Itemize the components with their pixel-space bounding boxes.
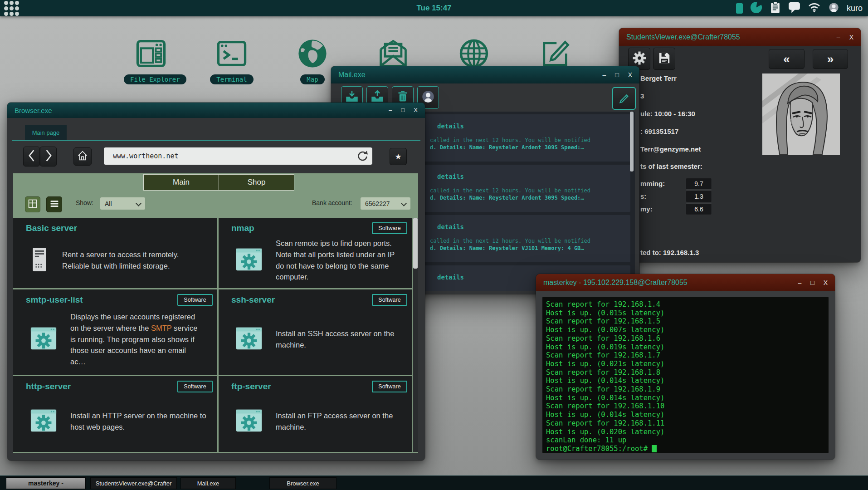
battery-icon[interactable] bbox=[736, 3, 743, 14]
student-name: Berget Terr bbox=[640, 74, 677, 82]
card-title: http-server bbox=[26, 382, 71, 392]
tab-label: Main page bbox=[32, 129, 60, 136]
clipboard-icon[interactable] bbox=[770, 1, 781, 16]
terminal-line: Scan report for 192.168.1.7 bbox=[546, 351, 829, 360]
mail-details-link[interactable]: details bbox=[437, 122, 464, 130]
wifi-icon[interactable] bbox=[808, 2, 821, 15]
terminal-prompt: root@Crafter78055:/root# bbox=[546, 445, 648, 453]
mail-scrollbar[interactable] bbox=[630, 112, 634, 172]
terminal-cursor bbox=[652, 445, 657, 452]
desktop-icon-label: Terminal bbox=[210, 74, 253, 84]
list-view-button[interactable] bbox=[46, 196, 62, 212]
card-description: Scan remote ips to find open ports. Note… bbox=[276, 238, 405, 283]
floppy-disk-icon bbox=[657, 51, 672, 67]
terminal-titlebar[interactable]: masterkey - 195.102.229.158@Crafter78055… bbox=[536, 274, 835, 291]
user-avatar-icon[interactable] bbox=[828, 1, 840, 15]
mail-details-link[interactable]: details bbox=[437, 223, 464, 230]
mail-details-link[interactable]: details bbox=[437, 173, 464, 180]
close-button[interactable]: X bbox=[628, 66, 632, 83]
student-photo bbox=[762, 74, 840, 155]
terminal-line: Scan report for 192.168.1.5 bbox=[546, 317, 829, 326]
terminal-screen[interactable]: Scan report for 192.168.1.4 Host is up. … bbox=[542, 297, 829, 453]
mail-details-link[interactable]: details bbox=[437, 274, 464, 281]
minimize-button[interactable]: – bbox=[602, 66, 606, 83]
page-scrollbar-thumb[interactable] bbox=[413, 218, 418, 269]
card-nmap[interactable]: nmap Software Scan remote ips to find op… bbox=[219, 218, 412, 288]
mail-titlebar[interactable]: Mail.exe – □ X bbox=[331, 66, 639, 83]
browser-window: Browser.exe – □ X Main page ★ Main Shop … bbox=[7, 103, 425, 461]
students-viewer-titlebar[interactable]: StudentsViewer.exe@Crafter78055 – X bbox=[619, 28, 861, 46]
chevron-left-icon bbox=[26, 148, 38, 165]
terminal-line: Host is up. (0.020s latency) bbox=[546, 428, 829, 436]
page-scrollbar[interactable] bbox=[413, 218, 418, 452]
terminal-line: Host is up. (0.007s latency) bbox=[546, 326, 829, 334]
desktop-icon-label: Map bbox=[300, 74, 324, 84]
compose-pencil-icon bbox=[617, 90, 631, 107]
close-button[interactable]: X bbox=[824, 274, 828, 291]
bank-account-dropdown[interactable]: 6562227 bbox=[361, 197, 410, 210]
taskbar-item-studentsviewer[interactable]: StudentsViewer.exe@Crafter bbox=[90, 477, 177, 489]
desktop-icon-file-explorer[interactable]: File Explorer bbox=[124, 36, 178, 84]
clock: Tue 15:47 bbox=[416, 4, 451, 13]
previous-student-button[interactable]: « bbox=[769, 49, 805, 69]
chevron-down-icon bbox=[136, 201, 141, 206]
home-button[interactable] bbox=[73, 147, 92, 166]
card-title: ftp-server bbox=[231, 382, 271, 392]
bookmark-button[interactable]: ★ bbox=[390, 148, 407, 165]
desktop-icon-terminal[interactable]: Terminal bbox=[205, 36, 259, 84]
mail-preview-line: called in the next 12 hours. You will be… bbox=[430, 187, 590, 194]
card-description: Install an FTP access server on the mach… bbox=[276, 410, 405, 433]
terminal-line: Host is up. (0.021s latency) bbox=[546, 360, 829, 368]
mail-preview-line: d. Details: Name: Reysteler VJ101 Memory… bbox=[430, 245, 584, 251]
page-nav-shop[interactable]: Shop bbox=[219, 174, 294, 191]
nav-label: Shop bbox=[248, 178, 266, 187]
minimize-button[interactable]: – bbox=[798, 274, 801, 291]
taskbar-label: Mail.exe bbox=[197, 480, 219, 487]
window-title: StudentsViewer.exe@Crafter78055 bbox=[626, 33, 740, 41]
card-basic-server[interactable]: Basic server Rent a server to access it … bbox=[13, 218, 217, 288]
back-button[interactable] bbox=[23, 147, 40, 167]
reload-button[interactable] bbox=[356, 150, 369, 162]
software-gear-icon bbox=[29, 324, 58, 354]
software-badge: Software bbox=[177, 294, 213, 306]
student-phone: : 691351517 bbox=[640, 127, 678, 135]
close-button[interactable]: X bbox=[414, 102, 418, 119]
mail-preview-line: d. Details: Name: Reysteler Ardent 309S … bbox=[430, 144, 584, 151]
forward-button[interactable] bbox=[40, 147, 57, 167]
bank-account-label: Bank account: bbox=[312, 199, 352, 206]
show-filter-dropdown[interactable]: All bbox=[100, 197, 145, 210]
taskbar-item-browser[interactable]: Browser.exe bbox=[269, 477, 336, 489]
next-student-button[interactable]: » bbox=[813, 49, 848, 69]
terminal-line: Scan report for 192.168.1.11 bbox=[546, 419, 829, 428]
terminal-line: Host is up. (0.014s latency) bbox=[546, 377, 829, 385]
close-button[interactable]: X bbox=[849, 29, 853, 46]
grid-view-button[interactable] bbox=[25, 196, 40, 212]
app-launcher-button[interactable] bbox=[4, 1, 19, 16]
url-input[interactable] bbox=[104, 147, 372, 165]
chat-bubble-icon[interactable] bbox=[788, 1, 801, 15]
gear-icon bbox=[632, 50, 647, 68]
browser-tab[interactable]: Main page bbox=[25, 125, 67, 140]
taskbar-item-mail[interactable]: Mail.exe bbox=[180, 477, 236, 489]
minimize-button[interactable]: – bbox=[389, 102, 392, 119]
compose-button[interactable] bbox=[612, 87, 636, 110]
minimize-button[interactable]: – bbox=[837, 29, 840, 46]
card-ftp-server[interactable]: ftp-server Software Install an FTP acces… bbox=[219, 376, 412, 452]
maximize-button[interactable]: □ bbox=[810, 274, 814, 291]
maximize-button[interactable]: □ bbox=[401, 102, 405, 119]
maximize-button[interactable]: □ bbox=[615, 66, 619, 83]
grade-label: s: bbox=[640, 192, 646, 200]
page-nav-main[interactable]: Main bbox=[143, 174, 219, 191]
card-ssh-server[interactable]: ssh-server Software Install an SSH acces… bbox=[219, 289, 412, 375]
results-heading: ts of last semester: bbox=[640, 162, 702, 170]
save-button[interactable] bbox=[653, 48, 675, 70]
terminal-line: Scan report for 192.168.1.10 bbox=[546, 402, 829, 411]
taskbar-item-masterkey[interactable]: masterkey - bbox=[6, 477, 86, 489]
file-explorer-icon bbox=[134, 64, 168, 72]
card-smtp-user-list[interactable]: smtp-user-list Software Displays the use… bbox=[13, 289, 217, 375]
grade-value: 1.3 bbox=[686, 191, 712, 202]
storage-pie-icon[interactable] bbox=[750, 1, 763, 16]
card-description: Rent a server to access it remotely. Rel… bbox=[62, 249, 195, 272]
card-http-server[interactable]: http-server Software Install an HTTP ser… bbox=[13, 376, 217, 452]
browser-titlebar[interactable]: Browser.exe – □ X bbox=[7, 103, 425, 118]
